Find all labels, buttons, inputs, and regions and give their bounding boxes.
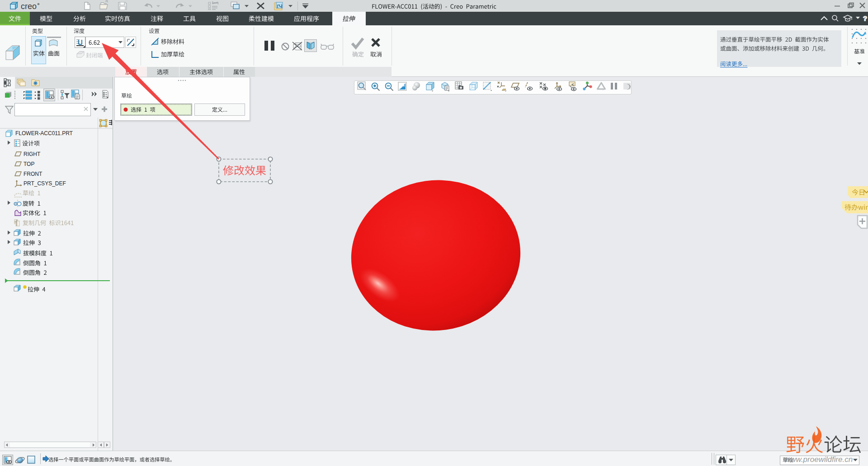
svg-text:?: ? <box>863 14 867 22</box>
svg-text:creo: creo <box>21 2 37 11</box>
